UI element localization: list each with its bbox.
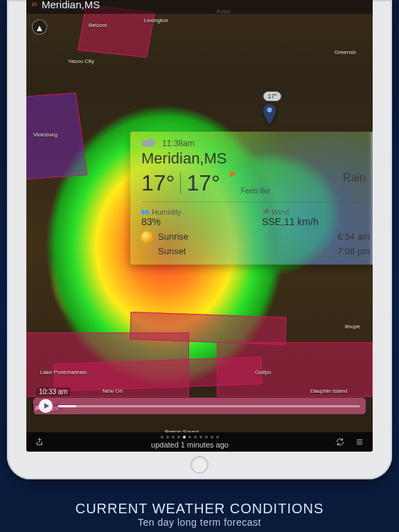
wind-label: Wind (262, 208, 370, 216)
app-screen: Belzoni Lexington Kosci Yazoo City Vicks… (26, 0, 373, 452)
wind-arrow-icon (261, 208, 270, 216)
temp-current: 17° (141, 170, 175, 196)
play-icon[interactable] (230, 170, 236, 177)
svg-point-0 (267, 107, 272, 112)
sunset-value: 7:08 pm (337, 246, 370, 256)
ipad-frame: Belzoni Lexington Kosci Yazoo City Vicks… (7, 0, 392, 479)
card-location: Meridian,MS (141, 150, 370, 168)
rain-cloud-icon (141, 139, 157, 148)
header-bar: in Meridian,MS (26, 0, 373, 14)
location-pin[interactable]: 17° (262, 104, 277, 127)
obs-time: 11:38am (162, 139, 195, 148)
brand-badge: in (32, 1, 37, 8)
share-icon[interactable] (35, 437, 44, 447)
status-bar: updated 1 minutes ago (26, 432, 373, 452)
page-dots[interactable] (161, 436, 219, 438)
updated-text: updated 1 minutes ago (151, 441, 229, 449)
feels-like-label: Feels like (241, 187, 270, 195)
sun-icon (141, 231, 152, 242)
condition-text: Rain (343, 172, 366, 184)
sunset-label: Sunset (158, 246, 333, 256)
timeline-track[interactable] (58, 405, 360, 407)
temp-divider (180, 173, 181, 194)
timeline-timestamp: 10:33 am (36, 387, 71, 396)
sunrise-value: 6:54 am (337, 231, 370, 242)
refresh-icon[interactable] (335, 437, 345, 447)
sunrise-label: Sunrise (158, 231, 333, 242)
humidity-value: 83% (141, 216, 249, 227)
ipad-home-button[interactable] (190, 456, 209, 474)
header-location[interactable]: Meridian,MS (42, 0, 100, 10)
promo-line2: Ten day long term forecast (0, 517, 399, 528)
temp-feels: 17° (186, 170, 220, 196)
weather-card: 11:38am Meridian,MS 17° 17° Feels like R… (130, 132, 373, 265)
pin-temp-badge: 17° (263, 91, 281, 101)
promo-line1: CURRENT WEATHER CONDITIONS (0, 501, 399, 517)
menu-icon[interactable] (355, 437, 364, 447)
compass-button[interactable] (32, 19, 47, 35)
wind-value: SSE,11 km/h (262, 216, 370, 227)
radar-player (33, 398, 366, 414)
droplets-icon (141, 210, 149, 215)
humidity-label: Humidity (141, 208, 249, 216)
promo-caption: CURRENT WEATHER CONDITIONS Ten day long … (0, 501, 399, 528)
play-button[interactable] (39, 399, 53, 413)
